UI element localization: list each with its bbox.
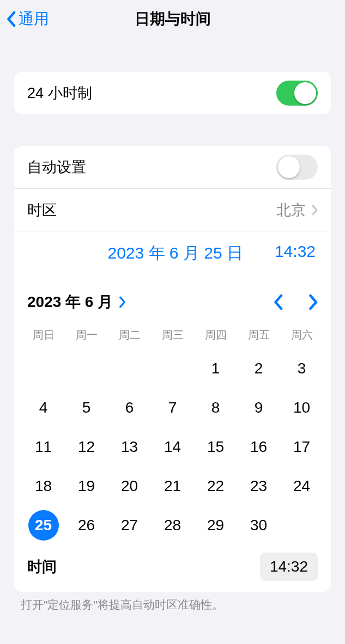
label-time: 时间	[27, 557, 57, 576]
calendar-day[interactable]: 27	[108, 506, 151, 545]
weekday-label: 周六	[280, 323, 323, 349]
calendar-day[interactable]: 18	[22, 467, 65, 506]
calendar-day[interactable]: 28	[151, 506, 194, 545]
selected-date[interactable]: 2023 年 6 月 25 日	[107, 242, 243, 265]
calendar-day[interactable]: 26	[65, 506, 108, 545]
row-auto-set: 自动设置	[14, 146, 331, 188]
back-button[interactable]: 通用	[5, 9, 49, 29]
toggle-auto-set[interactable]	[276, 155, 318, 180]
calendar-day[interactable]: 11	[22, 427, 65, 467]
calendar-month-label: 2023 年 6 月	[27, 292, 113, 312]
page-title: 日期与时间	[135, 9, 211, 29]
row-timezone[interactable]: 时区 北京	[14, 188, 331, 231]
label-timezone: 时区	[27, 200, 57, 220]
nav-bar: 通用 日期与时间	[0, 0, 345, 38]
calendar-day[interactable]: 4	[22, 388, 65, 427]
calendar-month-button[interactable]: 2023 年 6 月	[27, 292, 126, 312]
calendar-day	[65, 349, 108, 388]
calendar-day	[151, 349, 194, 388]
weekday-label: 周五	[237, 323, 280, 349]
calendar-nav	[273, 294, 318, 310]
calendar-week: 45678910	[14, 388, 331, 427]
calendar-day	[280, 506, 323, 545]
footer-note: 打开"定位服务"将提高自动时区准确性。	[21, 597, 324, 612]
calendar-day	[22, 349, 65, 388]
calendar-day[interactable]: 13	[108, 427, 151, 467]
prev-month-button[interactable]	[273, 294, 283, 310]
calendar-day[interactable]: 12	[65, 427, 108, 467]
value-timezone: 北京	[276, 200, 318, 220]
calendar-day[interactable]: 24	[280, 467, 323, 506]
calendar-day[interactable]: 5	[65, 388, 108, 427]
weekday-label: 周四	[194, 323, 237, 349]
calendar-day[interactable]: 16	[237, 427, 280, 467]
calendar-day[interactable]: 20	[108, 467, 151, 506]
calendar-day[interactable]: 29	[194, 506, 237, 545]
label-24h: 24 小时制	[27, 83, 92, 103]
calendar-day[interactable]: 22	[194, 467, 237, 506]
weekday-label: 周日	[22, 323, 65, 349]
calendar-week: 252627282930	[14, 506, 331, 545]
calendar-day[interactable]: 6	[108, 388, 151, 427]
time-picker-button[interactable]: 14:32	[260, 553, 318, 581]
back-label: 通用	[19, 9, 49, 29]
weekday-label: 周二	[108, 323, 151, 349]
weekday-label: 周一	[65, 323, 108, 349]
calendar-day[interactable]: 9	[237, 388, 280, 427]
toggle-24h[interactable]	[276, 81, 318, 106]
calendar-day[interactable]: 7	[151, 388, 194, 427]
next-month-button[interactable]	[308, 294, 318, 310]
calendar-day[interactable]: 3	[280, 349, 323, 388]
calendar-day[interactable]: 1	[194, 349, 237, 388]
calendar-week: 11121314151617	[14, 427, 331, 467]
calendar-day[interactable]: 14	[151, 427, 194, 467]
calendar-day	[108, 349, 151, 388]
row-time: 时间 14:32	[14, 545, 331, 592]
weekday-row: 周日周一周二周三周四周五周六	[14, 323, 331, 349]
label-auto-set: 自动设置	[27, 157, 86, 177]
calendar-week: 123	[14, 349, 331, 388]
chevron-left-icon	[5, 11, 16, 27]
group-datetime: 自动设置 时区 北京 2023 年 6 月 25 日 14:32 2023 年 …	[14, 146, 331, 592]
calendar-day[interactable]: 8	[194, 388, 237, 427]
timezone-text: 北京	[276, 200, 306, 220]
calendar-day[interactable]: 2	[237, 349, 280, 388]
calendar-header: 2023 年 6 月	[14, 275, 331, 320]
group-24h: 24 小时制	[14, 72, 331, 114]
row-selected-datetime: 2023 年 6 月 25 日 14:32	[14, 231, 331, 275]
chevron-right-icon	[118, 296, 126, 308]
calendar-day[interactable]: 10	[280, 388, 323, 427]
calendar-day[interactable]: 25	[22, 506, 65, 545]
calendar-day[interactable]: 15	[194, 427, 237, 467]
calendar-day[interactable]: 21	[151, 467, 194, 506]
calendar-day[interactable]: 19	[65, 467, 108, 506]
chevron-right-icon	[311, 205, 318, 216]
calendar-day[interactable]: 17	[280, 427, 323, 467]
selected-time[interactable]: 14:32	[275, 242, 316, 265]
calendar-day[interactable]: 23	[237, 467, 280, 506]
calendar-week: 18192021222324	[14, 467, 331, 506]
row-24h: 24 小时制	[14, 72, 331, 114]
calendar-day[interactable]: 30	[237, 506, 280, 545]
weekday-label: 周三	[151, 323, 194, 349]
calendar-grid: 1234567891011121314151617181920212223242…	[14, 349, 331, 545]
